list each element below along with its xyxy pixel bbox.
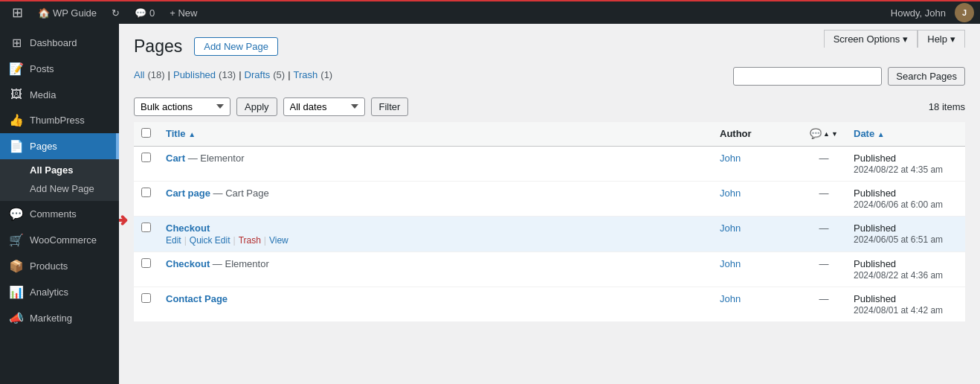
wp-logo-icon: ⊞	[12, 4, 23, 21]
row-comments-cell: —	[802, 287, 846, 321]
sidebar-item-marketing[interactable]: 📣 Marketing	[0, 305, 119, 331]
sidebar-item-media[interactable]: 🖼 Media	[0, 82, 119, 107]
site-name-link[interactable]: 🏠 WP Guide	[32, 1, 103, 25]
edit-link[interactable]: Edit	[166, 235, 181, 246]
row-checkbox-cell	[134, 252, 158, 287]
date-value: 2024/06/05 at 6:51 am	[854, 234, 943, 245]
action-sep-2: |	[233, 235, 236, 246]
sidebar-label-products: Products	[30, 260, 68, 272]
wp-logo-link[interactable]: ⊞	[6, 1, 29, 25]
row-title-link[interactable]: Cart	[166, 153, 185, 164]
sidebar-label-pages: Pages	[30, 141, 57, 152]
trash-link[interactable]: Trash	[239, 235, 261, 246]
th-checkbox	[134, 122, 158, 147]
row-checkbox[interactable]	[141, 188, 151, 197]
row-comments-cell: —	[802, 252, 846, 287]
title-sort-label: Title	[166, 128, 186, 139]
sidebar-label-woocommerce: WooCommerce	[30, 234, 97, 246]
date-status: Published	[854, 223, 896, 234]
filter-drafts-link[interactable]: Drafts	[245, 69, 271, 80]
comments-value: —	[819, 293, 829, 304]
site-name: WP Guide	[53, 7, 97, 19]
comments-link[interactable]: 💬 0	[129, 1, 161, 25]
row-author-link[interactable]: John	[720, 223, 741, 234]
table-row: Cart page — Cart PageJohn—Published2024/…	[134, 181, 965, 216]
table-row: Cart — ElementorJohn—Published2024/08/22…	[134, 146, 965, 181]
sidebar-label-comments: Comments	[30, 208, 77, 220]
filter-drafts-count: (5)	[273, 69, 285, 80]
sidebar-item-comments[interactable]: 💬 Comments	[0, 201, 119, 227]
row-author-link[interactable]: John	[720, 188, 741, 199]
add-new-page-button[interactable]: Add New Page	[194, 37, 278, 56]
content-area: Screen Options ▾ Help ▾ Pages Add New Pa…	[119, 24, 980, 384]
filter-trash-count: (1)	[320, 69, 332, 80]
sidebar-label-marketing: Marketing	[30, 313, 72, 324]
row-title-link[interactable]: Contact Page	[166, 293, 228, 304]
row-title-link[interactable]: Checkout	[166, 223, 210, 234]
update-link[interactable]: ↻	[106, 1, 126, 25]
bulk-actions-select[interactable]: Bulk actions Move to Trash	[134, 97, 231, 116]
row-checkbox[interactable]	[141, 258, 151, 268]
row-checkbox-cell	[134, 181, 158, 216]
search-pages-button[interactable]: Search Pages	[888, 67, 965, 86]
row-checkbox[interactable]	[141, 153, 151, 162]
row-title-suffix: — Elementor	[210, 258, 268, 269]
comments-value: —	[819, 258, 829, 269]
dashboard-icon: ⊞	[9, 36, 24, 50]
row-author-cell: John	[712, 146, 802, 181]
sidebar-item-posts[interactable]: 📝 Posts	[0, 56, 119, 82]
row-actions: Edit|Quick Edit|Trash|View	[166, 235, 705, 246]
apply-button[interactable]: Apply	[236, 97, 277, 116]
sidebar-item-pages[interactable]: 📄 Pages	[0, 133, 119, 159]
filter-button[interactable]: Filter	[371, 97, 409, 116]
comment-count: 0	[149, 7, 155, 19]
row-checkbox[interactable]	[141, 293, 151, 303]
row-author-link[interactable]: John	[720, 258, 741, 269]
row-author-link[interactable]: John	[720, 153, 741, 164]
screen-options-button[interactable]: Screen Options ▾	[824, 30, 918, 48]
row-author-link[interactable]: John	[720, 293, 741, 304]
table-row: CheckoutEdit|Quick Edit|Trash|ViewJohn—P…	[134, 216, 965, 252]
row-date-cell: Published2024/08/22 at 4:35 am	[846, 146, 965, 181]
date-status: Published	[854, 188, 896, 199]
row-date-cell: Published2024/06/06 at 6:00 am	[846, 181, 965, 216]
date-value: 2024/08/22 at 4:36 am	[854, 270, 943, 281]
sidebar-item-thumbpress[interactable]: 👍 ThumbPress	[0, 107, 119, 133]
row-author-cell: John	[712, 216, 802, 252]
filter-links: All (18) | Published (13) | Drafts (5) |…	[134, 69, 332, 80]
row-title-link[interactable]: Cart page	[166, 188, 210, 199]
th-title[interactable]: Title ▲	[158, 122, 712, 147]
search-input[interactable]	[733, 67, 882, 86]
new-content-link[interactable]: + New	[164, 1, 203, 25]
row-checkbox[interactable]	[141, 223, 151, 232]
th-comments: 💬 ▲ ▼	[802, 122, 846, 147]
sidebar-subitem-all-pages[interactable]: All Pages	[0, 161, 119, 179]
sidebar-label-dashboard: Dashboard	[30, 37, 77, 48]
sidebar-item-dashboard[interactable]: ⊞ Dashboard	[0, 30, 119, 56]
sidebar-label-media: Media	[30, 89, 56, 100]
select-all-checkbox[interactable]	[141, 128, 151, 138]
date-value: 2024/08/01 at 4:42 am	[854, 305, 943, 316]
filter-trash-link[interactable]: Trash	[294, 69, 318, 80]
filter-all-link[interactable]: All	[134, 69, 144, 80]
row-title-link[interactable]: Checkout	[166, 258, 210, 269]
filter-published-link[interactable]: Published	[173, 69, 216, 80]
separator-1: |	[168, 69, 170, 80]
date-status: Published	[854, 153, 896, 164]
view-link[interactable]: View	[269, 235, 288, 246]
row-comments-cell: —	[802, 181, 846, 216]
row-author-cell: John	[712, 252, 802, 287]
row-checkbox-cell	[134, 146, 158, 181]
action-sep-3: |	[264, 235, 266, 246]
sidebar-item-analytics[interactable]: 📊 Analytics	[0, 279, 119, 305]
date-filter-select[interactable]: All dates	[283, 97, 365, 116]
update-icon: ↻	[112, 7, 120, 19]
sidebar-item-woocommerce[interactable]: 🛒 WooCommerce	[0, 227, 119, 253]
help-button[interactable]: Help ▾	[918, 30, 965, 48]
sidebar-subitem-add-new[interactable]: Add New Page	[0, 179, 119, 198]
row-checkbox-cell	[134, 287, 158, 321]
sidebar-item-products[interactable]: 📦 Products	[0, 253, 119, 279]
quick-edit-link[interactable]: Quick Edit	[190, 235, 231, 246]
avatar[interactable]: J	[955, 3, 974, 22]
th-date[interactable]: Date ▲	[846, 122, 965, 147]
